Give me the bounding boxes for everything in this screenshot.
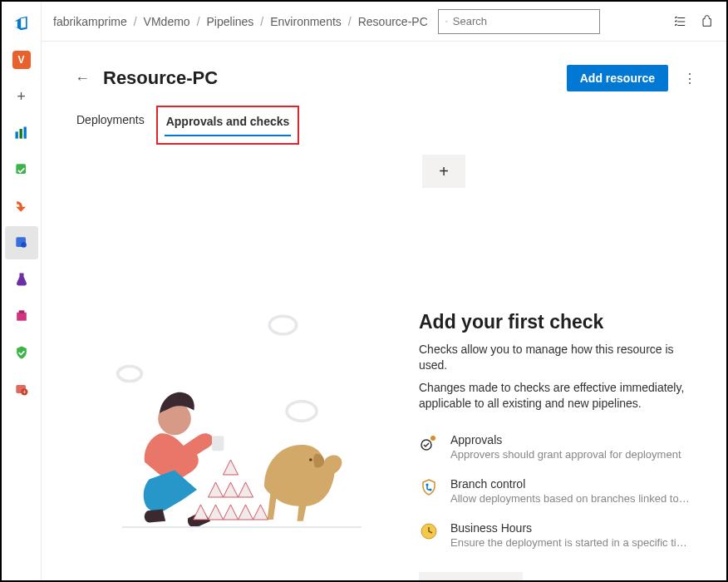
breadcrumb: fabrikamprime / VMdemo / Pipelines / Env… — [53, 15, 428, 28]
plus-icon: + — [439, 162, 449, 181]
check-sub: Approvers should grant approval for depl… — [450, 448, 681, 461]
check-approvals[interactable]: Approvals Approvers should grant approva… — [419, 433, 701, 461]
nav-boards-icon[interactable] — [5, 116, 38, 150]
clock-icon — [419, 521, 439, 541]
svg-marker-25 — [224, 505, 239, 520]
svg-marker-24 — [209, 505, 224, 520]
crumb-resource[interactable]: Resource-PC — [358, 15, 428, 28]
branch-shield-icon — [419, 477, 439, 497]
nav-pipelines-icon[interactable] — [5, 190, 38, 223]
svg-point-11 — [445, 21, 447, 22]
nav-artifacts-icon[interactable] — [5, 299, 38, 333]
svg-rect-2 — [23, 127, 26, 139]
nav-environments-icon[interactable] — [5, 226, 38, 259]
check-branch-control[interactable]: Branch control Allow deployments based o… — [419, 477, 701, 505]
content: ← Resource-PC Add resource ⋮ Deployments… — [42, 42, 726, 580]
nav-add[interactable]: + — [5, 80, 38, 113]
nav-shield-icon[interactable] — [5, 336, 38, 369]
svg-point-13 — [269, 316, 296, 334]
check-title: Approvals — [450, 433, 681, 446]
check-sub: Allow deployments based on branches link… — [450, 492, 691, 505]
check-title: Branch control — [450, 477, 691, 491]
svg-point-16 — [309, 458, 312, 461]
check-title: Business Hours — [450, 521, 691, 535]
svg-marker-20 — [209, 482, 224, 497]
overflow-menu-icon[interactable]: ⋮ — [678, 71, 701, 86]
svg-rect-1 — [19, 129, 22, 139]
crumb-org[interactable]: fabrikamprime — [53, 15, 127, 28]
title-row: ← Resource-PC Add resource ⋮ — [75, 65, 701, 91]
crumb-area[interactable]: Pipelines — [207, 15, 254, 28]
left-nav: V + + — [2, 2, 42, 580]
svg-marker-26 — [239, 505, 253, 520]
svg-marker-22 — [239, 482, 253, 497]
page-title: Resource-PC — [103, 67, 218, 89]
svg-text:+: + — [22, 389, 26, 395]
checks-list: Approvals Approvers should grant approva… — [419, 433, 701, 549]
main: fabrikamprime / VMdemo / Pipelines / Env… — [42, 2, 726, 580]
settings-list-icon[interactable] — [673, 14, 688, 29]
svg-rect-7 — [18, 310, 24, 313]
svg-marker-27 — [253, 505, 268, 520]
add-resource-button[interactable]: Add resource — [567, 65, 668, 91]
hero-line1: Checks allow you to manage how this reso… — [419, 342, 701, 373]
empty-state-illustration — [75, 155, 394, 580]
nav-project[interactable]: V — [5, 43, 38, 76]
svg-rect-6 — [17, 313, 27, 321]
tab-deployments[interactable]: Deployments — [75, 108, 146, 138]
svg-rect-0 — [15, 131, 17, 138]
hero-heading: Add your first check — [419, 311, 701, 333]
check-business-hours[interactable]: Business Hours Ensure the deployment is … — [419, 521, 701, 549]
check-sub: Ensure the deployment is started in a sp… — [450, 536, 691, 549]
approvals-icon — [419, 433, 439, 453]
tab-approvals-and-checks[interactable]: Approvals and checks — [165, 110, 292, 136]
hero-line2: Changes made to checks are effective imm… — [419, 380, 701, 412]
search-box[interactable] — [438, 9, 600, 34]
topbar: fabrikamprime / VMdemo / Pipelines / Env… — [42, 2, 726, 42]
crumb-section[interactable]: Environments — [270, 15, 342, 28]
search-input[interactable] — [453, 15, 593, 27]
svg-marker-19 — [224, 460, 239, 475]
svg-point-14 — [118, 366, 142, 381]
azure-devops-logo-icon[interactable] — [5, 7, 38, 40]
svg-line-12 — [447, 22, 448, 22]
first-check-panel: + Add your first check Checks allow you … — [419, 155, 701, 580]
svg-point-5 — [21, 242, 27, 248]
svg-marker-23 — [194, 505, 209, 520]
nav-testplans-icon[interactable] — [5, 263, 38, 296]
svg-marker-21 — [224, 482, 239, 497]
tabs: Deployments Approvals and checks — [75, 108, 701, 138]
view-all-checks-button[interactable]: View all checks — [419, 572, 523, 580]
svg-point-15 — [287, 402, 317, 421]
market-icon[interactable] — [701, 14, 715, 29]
search-icon — [445, 16, 448, 27]
back-arrow-icon[interactable]: ← — [75, 70, 90, 87]
crumb-project[interactable]: VMdemo — [144, 15, 190, 28]
nav-store-icon[interactable]: + — [5, 372, 38, 406]
nav-repos-icon[interactable] — [5, 153, 38, 186]
svg-rect-18 — [212, 436, 224, 451]
add-check-button[interactable]: + — [422, 155, 465, 188]
svg-point-30 — [430, 436, 435, 441]
